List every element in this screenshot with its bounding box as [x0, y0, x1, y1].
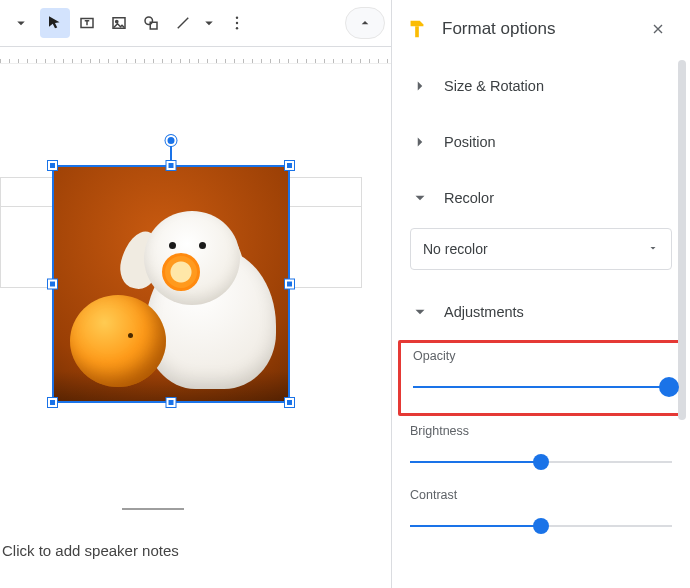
svg-point-7 [236, 27, 238, 29]
selected-image[interactable] [54, 167, 288, 401]
svg-point-3 [145, 17, 153, 25]
section-position[interactable]: Position [392, 114, 690, 170]
resize-handle[interactable] [48, 280, 57, 289]
more-tools-button[interactable] [222, 8, 252, 38]
textbox-tool-button[interactable] [72, 8, 102, 38]
format-options-panel: Format options Size & Rotation Position … [392, 0, 690, 588]
rotate-handle[interactable] [166, 135, 177, 146]
image-tool-button[interactable] [104, 8, 134, 38]
recolor-value: No recolor [423, 241, 488, 257]
horizontal-ruler [0, 46, 391, 64]
panel-title: Format options [442, 19, 555, 39]
resize-handle[interactable] [285, 161, 294, 170]
slide-canvas[interactable]: Click to add speaker notes [0, 64, 391, 588]
resize-handle[interactable] [167, 161, 176, 170]
notes-divider [122, 508, 184, 510]
resize-handle[interactable] [167, 398, 176, 407]
resize-handle[interactable] [285, 398, 294, 407]
brightness-slider[interactable] [410, 452, 672, 472]
section-label: Adjustments [444, 304, 524, 320]
section-adjustments[interactable]: Adjustments [392, 284, 690, 340]
line-tool-caret[interactable] [200, 8, 218, 38]
caret-down-icon [647, 241, 659, 257]
speaker-notes-placeholder[interactable]: Click to add speaker notes [2, 542, 179, 559]
select-tool-button[interactable] [40, 8, 70, 38]
toolbar-dropdown-button[interactable] [6, 8, 36, 38]
section-size-rotation[interactable]: Size & Rotation [392, 58, 690, 114]
svg-point-6 [236, 22, 238, 24]
resize-handle[interactable] [48, 398, 57, 407]
format-options-icon [406, 18, 428, 40]
opacity-label: Opacity [413, 349, 669, 363]
resize-handle[interactable] [285, 280, 294, 289]
section-recolor[interactable]: Recolor [392, 170, 690, 226]
resize-handle[interactable] [48, 161, 57, 170]
section-label: Size & Rotation [444, 78, 544, 94]
chevron-down-icon [408, 303, 432, 321]
brightness-label: Brightness [410, 424, 672, 438]
contrast-slider[interactable] [410, 516, 672, 536]
image-content [54, 167, 288, 401]
contrast-label: Contrast [410, 488, 672, 502]
recolor-dropdown[interactable]: No recolor [410, 228, 672, 270]
chevron-right-icon [408, 77, 432, 95]
svg-point-5 [236, 17, 238, 19]
toolbar [0, 0, 391, 46]
close-panel-button[interactable] [644, 15, 672, 43]
line-tool-button[interactable] [168, 8, 198, 38]
svg-point-2 [116, 20, 118, 22]
collapse-toolbar-button[interactable] [345, 7, 385, 39]
editor-canvas-area: Click to add speaker notes [0, 0, 392, 588]
chevron-right-icon [408, 133, 432, 151]
shape-tool-button[interactable] [136, 8, 166, 38]
section-label: Position [444, 134, 496, 150]
chevron-down-icon [408, 189, 432, 207]
section-label: Recolor [444, 190, 494, 206]
opacity-highlight-box: Opacity [398, 340, 684, 416]
panel-scrollbar[interactable] [678, 60, 686, 420]
opacity-slider[interactable] [413, 377, 669, 397]
